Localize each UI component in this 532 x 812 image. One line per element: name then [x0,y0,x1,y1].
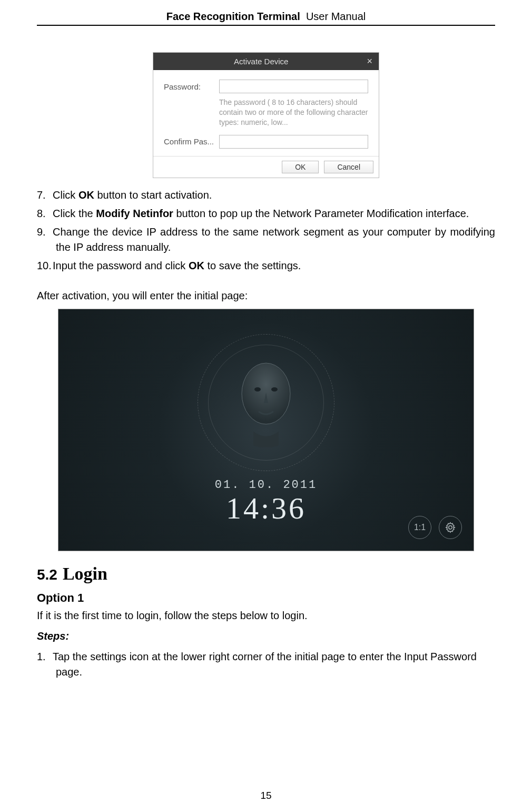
activation-steps-list: 7.Click OK button to start activation.8.… [37,188,495,273]
option1-steps-list: 1.Tap the settings icon at the lower rig… [37,649,495,680]
section-number: 5.2 [37,566,57,583]
password-input[interactable] [219,80,368,93]
step-item: 1.Tap the settings icon at the lower rig… [37,649,495,680]
step-number: 1. [37,649,53,664]
option1-heading: Option 1 [37,591,495,605]
ratio-label: 1:1 [414,523,426,532]
header-title-bold: Face Recognition Terminal [166,11,300,22]
password-label: Password: [164,82,219,91]
dialog-title: Activate Device [157,57,364,66]
step-item: 9.Change the device IP address to the sa… [37,224,495,255]
section-heading: 5.2Login [37,564,495,584]
step-item: 8.Click the Modify Netinfor button to po… [37,206,495,221]
confirm-password-label: Confirm Pas... [164,137,219,146]
cancel-button[interactable]: Cancel [324,161,373,173]
activate-device-dialog: Activate Device × Password: The password… [153,52,379,178]
step-number: 9. [37,224,53,240]
page-number: 15 [0,790,532,801]
step-number: 10. [37,258,53,273]
section-title: Login [63,564,107,583]
step-bold: OK [189,260,204,271]
dialog-titlebar: Activate Device × [153,53,379,70]
option1-intro: If it is the first time to login, follow… [37,608,495,623]
confirm-password-input[interactable] [219,135,368,149]
screen-date: 01. 10. 2011 [215,478,317,492]
screen-time: 14:36 [215,492,317,525]
step-number: 8. [37,206,53,221]
settings-button[interactable] [439,516,462,539]
password-hint: The password ( 8 to 16 characters) shoul… [219,97,368,128]
after-activation-text: After activation, you will enter the ini… [37,288,495,304]
initial-page-screenshot: 01. 10. 2011 14:36 1:1 [58,309,474,551]
close-icon[interactable]: × [364,56,375,67]
header-title-rest: User Manual [306,11,366,22]
ratio-button[interactable]: 1:1 [408,516,431,539]
step-bold: Modify Netinfor [96,208,173,219]
face-icon [229,353,303,447]
ok-button[interactable]: OK [282,161,319,173]
step-item: 7.Click OK button to start activation. [37,188,495,203]
svg-point-1 [254,387,261,392]
step-item: 10.Input the password and click OK to sa… [37,258,495,273]
steps-label: Steps: [37,629,495,644]
step-bold: OK [78,189,94,201]
page-header: Face Recognition Terminal User Manual [37,11,495,26]
step-number: 7. [37,188,53,203]
svg-point-2 [271,387,278,392]
face-outline-graphic [198,329,334,476]
gear-icon [445,522,456,533]
